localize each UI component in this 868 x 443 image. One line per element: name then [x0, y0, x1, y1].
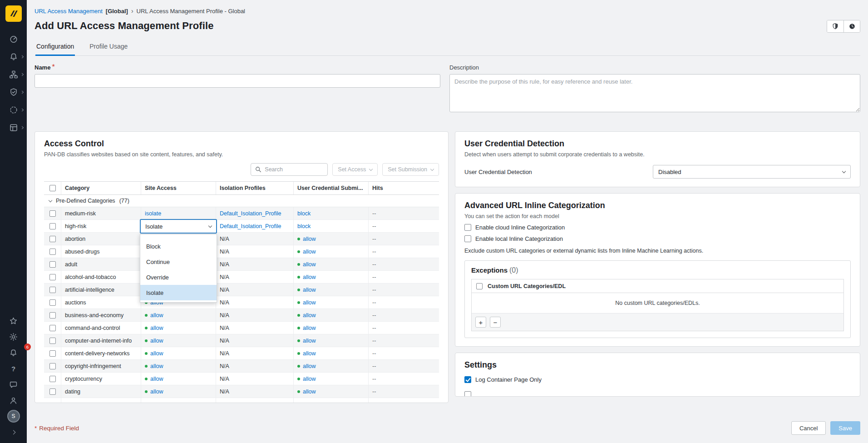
status-clock-button[interactable]: [843, 20, 860, 32]
row-checkbox[interactable]: [49, 325, 56, 331]
checkbox[interactable]: [464, 391, 471, 397]
value-link[interactable]: block: [297, 210, 311, 217]
value-link[interactable]: allow: [303, 312, 316, 319]
value-link[interactable]: allow: [150, 325, 163, 331]
row-checkbox[interactable]: [49, 350, 56, 357]
name-input[interactable]: [35, 74, 440, 88]
dropdown-option[interactable]: Alert: [140, 234, 217, 239]
sidebar-item-notifications[interactable]: 6: [0, 346, 27, 359]
table-row[interactable]: copyright-infringementallowN/Aallow--: [44, 360, 439, 373]
table-row[interactable]: alcohol-and-tobaccoallowN/Aallow--: [44, 271, 439, 284]
value-link[interactable]: allow: [150, 388, 163, 395]
remove-exception-button[interactable]: −: [490, 317, 501, 328]
row-checkbox[interactable]: [49, 236, 56, 242]
row-checkbox[interactable]: [49, 249, 56, 255]
select-all-checkbox[interactable]: [49, 185, 56, 191]
save-button[interactable]: Save: [830, 421, 860, 435]
sidebar-item-profile[interactable]: [0, 394, 27, 407]
dropdown-option[interactable]: Block: [140, 239, 217, 254]
value-link[interactable]: allow: [303, 376, 316, 382]
row-checkbox[interactable]: [49, 261, 56, 268]
value-link[interactable]: allow: [303, 325, 316, 331]
table-row[interactable]: datingallowN/Aallow--: [44, 385, 439, 398]
row-checkbox[interactable]: [49, 388, 56, 395]
value-link[interactable]: allow: [303, 287, 316, 293]
app-logo[interactable]: [5, 5, 22, 22]
table-row[interactable]: artificial-intelligenceallowN/Aallow--: [44, 284, 439, 296]
row-checkbox[interactable]: [49, 299, 56, 306]
value-link[interactable]: isolate: [145, 210, 161, 217]
row-checkbox[interactable]: [49, 223, 56, 229]
table-row[interactable]: business-and-economyallowN/Aallow--: [44, 309, 439, 322]
value-link[interactable]: block: [297, 223, 311, 229]
category-group-row[interactable]: Pre-Defined Categories(77): [44, 195, 439, 207]
collapse-caret-icon[interactable]: [49, 198, 52, 202]
dropdown-option[interactable]: Override: [140, 269, 217, 285]
table-row[interactable]: medium-riskisolateDefault_Isolation_Prof…: [44, 207, 439, 220]
table-row[interactable]: abortionallowN/Aallow--: [44, 233, 439, 245]
value-link[interactable]: allow: [150, 363, 163, 369]
value-link[interactable]: allow: [303, 388, 316, 395]
row-checkbox[interactable]: [49, 210, 56, 217]
dropdown-option[interactable]: Isolate: [140, 285, 217, 300]
table-row[interactable]: cryptocurrencyallowN/Aallow--: [44, 373, 439, 385]
sidebar-item-favorites[interactable]: [0, 314, 27, 327]
value-link[interactable]: allow: [303, 236, 316, 242]
sidebar-item-settings[interactable]: [0, 330, 27, 343]
shield-status-button[interactable]: [827, 20, 843, 32]
set-access-button[interactable]: Set Access: [332, 163, 378, 176]
exceptions-select-all-checkbox[interactable]: [476, 283, 483, 289]
search-input[interactable]: [265, 166, 323, 173]
sidebar-item-dashboard[interactable]: [0, 30, 27, 48]
table-row[interactable]: auctionsallowN/Aallow--: [44, 296, 439, 309]
table-row[interactable]: abused-drugsallowN/Aallow--: [44, 245, 439, 258]
dropdown-option[interactable]: Continue: [140, 254, 217, 269]
row-checkbox[interactable]: [49, 287, 56, 293]
table-row[interactable]: adultallowN/Aallow--: [44, 258, 439, 271]
value-link[interactable]: allow: [150, 312, 163, 319]
row-checkbox[interactable]: [49, 363, 56, 369]
value-link[interactable]: allow: [303, 363, 316, 369]
sidebar-item-network[interactable]: [0, 65, 27, 83]
checkbox[interactable]: [464, 224, 471, 231]
table-row[interactable]: content-delivery-networksallowN/Aallow--: [44, 347, 439, 360]
value-link[interactable]: allow: [303, 299, 316, 306]
sidebar-item-operations[interactable]: [0, 101, 27, 119]
sidebar-collapse-toggle[interactable]: [0, 426, 27, 438]
tab-configuration[interactable]: Configuration: [35, 39, 75, 56]
value-link[interactable]: allow: [303, 249, 316, 255]
value-link[interactable]: allow: [303, 350, 316, 357]
table-row-partial[interactable]: [44, 398, 439, 403]
set-submission-button[interactable]: Set Submission: [382, 163, 439, 176]
table-row[interactable]: computer-and-internet-infoallowN/Aallow-…: [44, 334, 439, 347]
checkbox[interactable]: [464, 235, 471, 242]
sidebar-item-alerts[interactable]: [0, 48, 27, 65]
sidebar-item-feedback[interactable]: [0, 378, 27, 391]
add-exception-button[interactable]: +: [475, 317, 486, 328]
sidebar-item-help[interactable]: ?: [0, 362, 27, 375]
site-access-select[interactable]: Isolate: [140, 219, 217, 234]
value-link[interactable]: allow: [303, 338, 316, 344]
row-checkbox[interactable]: [49, 312, 56, 319]
row-checkbox[interactable]: [49, 376, 56, 382]
value-link[interactable]: allow: [150, 376, 163, 382]
sidebar-item-security-services[interactable]: [0, 83, 27, 101]
value-link[interactable]: allow: [303, 274, 316, 280]
value-link[interactable]: allow: [150, 350, 163, 357]
value-link[interactable]: Default_Isolation_Profile: [220, 223, 281, 229]
value-link[interactable]: allow: [303, 261, 316, 268]
sidebar-item-account[interactable]: S: [0, 410, 27, 423]
checkbox[interactable]: [464, 376, 471, 383]
sidebar-item-workflows[interactable]: [0, 119, 27, 136]
description-input[interactable]: [449, 74, 860, 112]
cancel-button[interactable]: Cancel: [791, 421, 826, 435]
ucd-select[interactable]: Disabled: [653, 165, 851, 179]
row-checkbox[interactable]: [49, 274, 56, 280]
search-box[interactable]: [251, 163, 328, 176]
tab-profile-usage[interactable]: Profile Usage: [89, 39, 128, 55]
breadcrumb-root-link[interactable]: URL Access Management: [35, 8, 103, 15]
table-row[interactable]: high-riskIsolateAlertBlockContinueOverri…: [44, 220, 439, 233]
table-row[interactable]: command-and-controlallowN/Aallow--: [44, 322, 439, 334]
value-link[interactable]: Default_Isolation_Profile: [220, 210, 281, 217]
row-checkbox[interactable]: [49, 338, 56, 344]
